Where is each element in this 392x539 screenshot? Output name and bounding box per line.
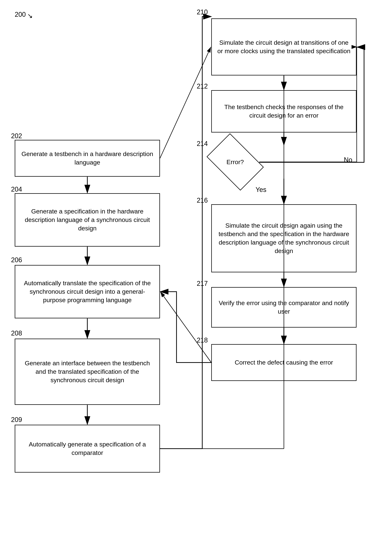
box-218: Correct the defect causing the error: [211, 344, 357, 381]
label-209: 209: [11, 416, 22, 424]
diagram: 200 ↘ 210 Simulate the circuit design at…: [0, 0, 392, 539]
label-216: 216: [197, 197, 208, 204]
label-210: 210: [197, 8, 208, 16]
box-210: Simulate the circuit design at transitio…: [211, 18, 357, 75]
label-200: 200: [15, 11, 26, 18]
label-218: 218: [197, 336, 208, 344]
box-206: Automatically translate the specificatio…: [15, 265, 160, 318]
label-208: 208: [11, 329, 22, 337]
label-212: 212: [197, 82, 208, 90]
box-204: Generate a specification in the hardware…: [15, 193, 160, 247]
svg-line-9: [160, 292, 211, 362]
no-label: No: [344, 156, 352, 164]
diamond-214: Error?: [211, 145, 259, 178]
label-204: 204: [11, 186, 22, 193]
label-217: 217: [197, 280, 208, 287]
box-208: Generate an interface between the testbe…: [15, 339, 160, 405]
label-214: 214: [197, 140, 208, 148]
box-212: The testbench checks the responses of th…: [211, 90, 357, 133]
arrow-200: ↘: [27, 12, 33, 20]
label-206: 206: [11, 256, 22, 264]
label-202: 202: [11, 132, 22, 140]
box-202: Generate a testbench in a hardware descr…: [15, 140, 160, 177]
box-217: Verify the error using the comparator an…: [211, 287, 357, 327]
box-216: Simulate the circuit design again using …: [211, 204, 357, 272]
yes-label: Yes: [255, 186, 266, 194]
box-209: Automatically generate a specification o…: [15, 425, 160, 472]
